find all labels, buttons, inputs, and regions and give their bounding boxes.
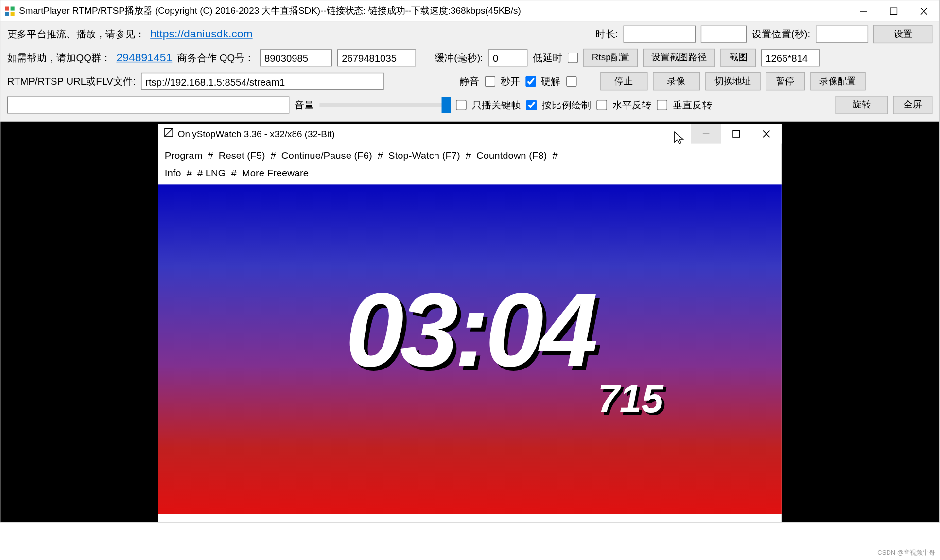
- keyframe-checkbox[interactable]: [456, 100, 467, 110]
- status-field[interactable]: [7, 96, 290, 113]
- setpos-field[interactable]: [816, 26, 868, 43]
- svg-rect-2: [5, 12, 9, 16]
- sw-close-button[interactable]: [751, 124, 782, 143]
- menu-program[interactable]: Program: [165, 150, 203, 161]
- url-field[interactable]: [141, 73, 384, 90]
- set-button[interactable]: 设置: [873, 25, 933, 43]
- setpos-label: 设置位置(秒):: [752, 28, 810, 40]
- vflip-label: 垂直反转: [673, 99, 712, 111]
- stop-button[interactable]: 停止: [600, 72, 647, 91]
- volume-thumb[interactable]: [442, 97, 451, 113]
- pause-button[interactable]: 暂停: [766, 72, 805, 91]
- scale-checkbox[interactable]: [526, 100, 537, 110]
- biz-label: 商务合作 QQ号：: [177, 52, 255, 64]
- menu-continue[interactable]: Continue/Pause (F6): [281, 150, 372, 161]
- menu-reset[interactable]: Reset (F5): [219, 150, 265, 161]
- keyframe-label: 只播关键帧: [472, 99, 521, 111]
- stopwatch-menu: Program # Reset (F5) # Continue/Pause (F…: [158, 144, 782, 185]
- duration-field[interactable]: [623, 26, 696, 43]
- stopwatch-time: 03:04: [346, 277, 594, 382]
- lowlat-checkbox[interactable]: [568, 52, 578, 63]
- svg-line-9: [165, 128, 173, 136]
- vflip-checkbox[interactable]: [657, 100, 667, 110]
- minimize-button[interactable]: [849, 1, 879, 21]
- mute-label: 静音: [460, 75, 480, 88]
- menu-sep: #: [187, 167, 192, 178]
- svg-rect-1: [11, 6, 15, 10]
- buffer-field[interactable]: [488, 49, 528, 66]
- menu-sep: #: [208, 150, 213, 161]
- video-area: OnlyStopWatch 3.36 - x32/x86 (32-Bit) Pr…: [0, 122, 939, 522]
- menu-lng[interactable]: # LNG: [197, 167, 226, 178]
- close-button[interactable]: [909, 1, 939, 21]
- volume-slider[interactable]: [319, 103, 451, 107]
- hwdec-checkbox[interactable]: [566, 76, 577, 87]
- menu-stopwatch[interactable]: Stop-Watch (F7): [388, 150, 460, 161]
- record-button[interactable]: 录像: [653, 72, 700, 91]
- window-title: SmartPlayer RTMP/RTSP播放器 (Copyright (C) …: [19, 5, 848, 17]
- svg-rect-11: [733, 131, 740, 138]
- app-icon: [4, 5, 15, 16]
- hflip-label: 水平反转: [612, 99, 652, 111]
- titlebar: SmartPlayer RTMP/RTSP播放器 (Copyright (C) …: [0, 0, 939, 21]
- menu-sep: #: [271, 150, 276, 161]
- hflip-checkbox[interactable]: [596, 100, 607, 110]
- stopwatch-window: OnlyStopWatch 3.36 - x32/x86 (32-Bit) Pr…: [158, 124, 782, 522]
- menu-sep: #: [466, 150, 471, 161]
- sw-minimize-button[interactable]: [691, 124, 721, 143]
- fullscreen-button[interactable]: 全屏: [893, 96, 932, 114]
- watermark: CSDN @音视频牛哥: [877, 548, 935, 557]
- scale-label: 按比例绘制: [542, 99, 591, 111]
- qq1-field[interactable]: [260, 49, 332, 66]
- duration-label: 时长:: [595, 28, 618, 40]
- url-label: RTMP/RTSP URL或FLV文件:: [7, 75, 136, 88]
- fastopen-label: 秒开: [501, 75, 521, 88]
- menu-freeware[interactable]: More Freeware: [242, 167, 309, 178]
- shotpath-button[interactable]: 设置截图路径: [643, 49, 715, 67]
- sdk-link[interactable]: https://daniusdk.com: [150, 28, 252, 41]
- menu-info[interactable]: Info: [165, 167, 181, 178]
- stopwatch-title: OnlyStopWatch 3.36 - x32/x86 (32-Bit): [178, 129, 691, 140]
- sw-maximize-button[interactable]: [721, 124, 751, 143]
- buffer-label: 缓冲(毫秒):: [435, 52, 483, 64]
- menu-countdown[interactable]: Countdown (F8): [476, 150, 547, 161]
- stopwatch-app-icon: [163, 127, 174, 140]
- qq-group-link[interactable]: 294891451: [116, 51, 172, 64]
- stopwatch-ms: 715: [598, 376, 663, 421]
- menu-sep: #: [378, 150, 383, 161]
- maximize-button[interactable]: [879, 1, 909, 21]
- svg-rect-0: [5, 6, 9, 10]
- menu-sep: #: [231, 167, 237, 178]
- help-label: 如需帮助，请加QQ群：: [7, 52, 111, 64]
- svg-rect-3: [11, 12, 15, 16]
- resolution-field[interactable]: [761, 49, 820, 66]
- stopwatch-display: 03:04 715: [158, 184, 782, 514]
- menu-sep: #: [552, 150, 557, 161]
- screenshot-button[interactable]: 截图: [720, 49, 756, 67]
- hwdec-label: 硬解: [541, 75, 561, 88]
- volume-label: 音量: [295, 99, 314, 111]
- rotate-button[interactable]: 旋转: [836, 96, 888, 114]
- mute-checkbox[interactable]: [485, 76, 495, 87]
- svg-rect-5: [890, 8, 897, 14]
- qq2-field[interactable]: [337, 49, 416, 66]
- lowlat-label: 低延时: [533, 52, 562, 64]
- switch-url-button[interactable]: 切换地址: [705, 72, 760, 91]
- rtsp-config-button[interactable]: Rtsp配置: [583, 49, 638, 67]
- extra-field[interactable]: [701, 26, 747, 43]
- push-label: 更多平台推流、播放，请参见：: [7, 28, 145, 40]
- record-config-button[interactable]: 录像配置: [810, 72, 865, 91]
- fastopen-checkbox[interactable]: [525, 76, 536, 87]
